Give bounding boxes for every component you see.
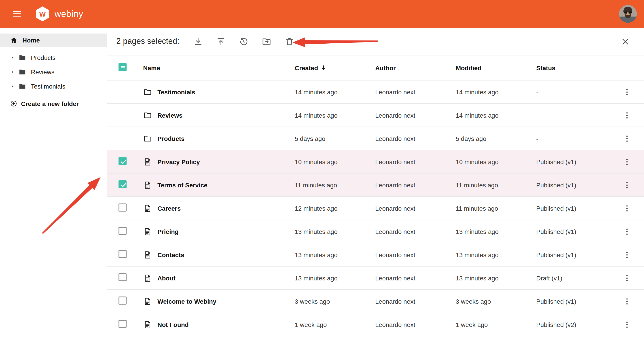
row-name: Pricing — [158, 228, 179, 235]
row-type-icon — [143, 204, 152, 213]
row-created: 13 minutes ago — [295, 251, 375, 258]
row-author: Leonardo next — [375, 321, 456, 328]
row-menu-button[interactable] — [620, 271, 634, 285]
row-name: Products — [158, 135, 184, 142]
column-header-status[interactable]: Status — [536, 64, 617, 71]
column-header-author[interactable]: Author — [375, 64, 456, 71]
create-folder-button[interactable]: Create a new folder — [0, 100, 107, 107]
table-row[interactable]: Pricing 13 minutes ago Leonardo next 13 … — [107, 220, 644, 243]
kebab-menu-icon — [622, 134, 632, 143]
row-created: 14 minutes ago — [295, 112, 375, 119]
brand-wordmark: webiny — [54, 9, 83, 19]
table-row[interactable]: Reviews 14 minutes ago Leonardo next 14 … — [107, 104, 644, 127]
download-button[interactable] — [189, 32, 207, 50]
row-modified: 3 weeks ago — [456, 298, 536, 305]
row-type-icon — [143, 297, 152, 306]
user-avatar[interactable] — [619, 5, 637, 23]
table-row[interactable]: Careers 12 minutes ago Leonardo next 11 … — [107, 197, 644, 220]
row-type-icon — [143, 274, 152, 282]
table-row[interactable]: Terms of Service 11 minutes ago Leonardo… — [107, 174, 644, 197]
trash-icon — [284, 36, 294, 46]
row-author: Leonardo next — [375, 274, 456, 282]
kebab-menu-icon — [622, 204, 632, 213]
restore-button[interactable] — [235, 32, 253, 50]
table-row[interactable]: Testimonials 14 minutes ago Leonardo nex… — [107, 80, 644, 104]
home-icon — [10, 36, 18, 44]
row-menu-button[interactable] — [620, 317, 634, 332]
row-checkbox[interactable] — [118, 227, 126, 235]
row-created: 10 minutes ago — [295, 158, 375, 165]
row-checkbox[interactable] — [118, 296, 126, 304]
column-header-name[interactable]: Name — [132, 64, 295, 71]
row-checkbox[interactable] — [118, 204, 126, 212]
folder-icon — [18, 68, 26, 76]
row-modified: 13 minutes ago — [456, 228, 536, 235]
folder-icon — [143, 111, 152, 120]
folder-tree: Products Reviews Testimonials — [0, 50, 107, 94]
row-status: Published (v1) — [536, 158, 617, 165]
sidebar-folder-products[interactable]: Products — [0, 50, 107, 65]
table-row[interactable]: Welcome to Webiny 3 weeks ago Leonardo n… — [107, 290, 644, 313]
row-name: Contacts — [158, 251, 184, 258]
expand-caret-icon[interactable] — [10, 84, 15, 88]
table-row[interactable]: Products 5 days ago Leonardo next 5 days… — [107, 127, 644, 150]
menu-button[interactable] — [11, 8, 23, 20]
delete-button[interactable] — [280, 32, 298, 50]
row-menu-button[interactable] — [620, 85, 634, 99]
table-row[interactable]: About 13 minutes ago Leonardo next 13 mi… — [107, 266, 644, 290]
row-checkbox[interactable] — [118, 250, 126, 258]
document-icon — [143, 320, 152, 329]
row-menu-button[interactable] — [620, 294, 634, 308]
row-author: Leonardo next — [375, 88, 456, 96]
row-checkbox[interactable] — [118, 320, 126, 328]
sidebar-folder-reviews[interactable]: Reviews — [0, 65, 107, 79]
sidebar-folder-label: Products — [31, 54, 56, 61]
row-type-icon — [143, 320, 152, 329]
create-folder-label: Create a new folder — [21, 100, 79, 107]
row-menu-button[interactable] — [620, 131, 634, 146]
row-menu-button[interactable] — [620, 108, 634, 122]
move-to-folder-button[interactable] — [258, 32, 276, 50]
row-type-icon — [143, 88, 152, 96]
row-checkbox[interactable] — [118, 157, 126, 165]
close-selection-button[interactable] — [616, 32, 634, 50]
user-avatar-image — [619, 5, 637, 23]
column-header-modified[interactable]: Modified — [456, 64, 536, 71]
sidebar-item-home[interactable]: Home — [0, 34, 107, 47]
row-name: Terms of Service — [158, 181, 208, 188]
row-checkbox[interactable] — [118, 273, 126, 281]
row-type-icon — [143, 134, 152, 143]
folder-icon — [18, 82, 26, 90]
row-modified: 1 week ago — [456, 321, 536, 328]
kebab-menu-icon — [622, 320, 632, 329]
table-row[interactable]: Not Found 1 week ago Leonardo next 1 wee… — [107, 313, 644, 336]
kebab-menu-icon — [622, 274, 632, 282]
row-name: Not Found — [158, 321, 189, 328]
table-row[interactable]: Contacts 13 minutes ago Leonardo next 13… — [107, 243, 644, 266]
sidebar-folder-testimonials[interactable]: Testimonials — [0, 79, 107, 94]
created-header-label: Created — [295, 64, 318, 71]
row-author: Leonardo next — [375, 135, 456, 142]
expand-caret-icon[interactable] — [10, 70, 15, 74]
row-menu-button[interactable] — [620, 224, 634, 238]
row-modified: 5 days ago — [456, 135, 536, 142]
table-row[interactable]: Privacy Policy 10 minutes ago Leonardo n… — [107, 150, 644, 174]
select-all-checkbox[interactable] — [118, 63, 126, 71]
row-checkbox[interactable] — [118, 180, 126, 188]
row-type-icon — [143, 111, 152, 120]
column-header-created[interactable]: Created — [295, 64, 375, 71]
row-menu-button[interactable] — [620, 201, 634, 215]
row-menu-button[interactable] — [620, 154, 634, 169]
webiny-logo[interactable]: w — [35, 6, 50, 22]
download-icon — [193, 36, 203, 46]
row-menu-button[interactable] — [620, 248, 634, 262]
row-name: Reviews — [158, 112, 182, 119]
hamburger-icon — [12, 8, 22, 19]
row-created: 13 minutes ago — [295, 228, 375, 235]
sidebar-folder-label: Testimonials — [31, 83, 65, 90]
expand-caret-icon[interactable] — [10, 56, 15, 60]
export-button[interactable] — [212, 32, 230, 50]
row-created: 1 week ago — [295, 321, 375, 328]
row-menu-button[interactable] — [620, 178, 634, 192]
document-icon — [143, 227, 152, 236]
